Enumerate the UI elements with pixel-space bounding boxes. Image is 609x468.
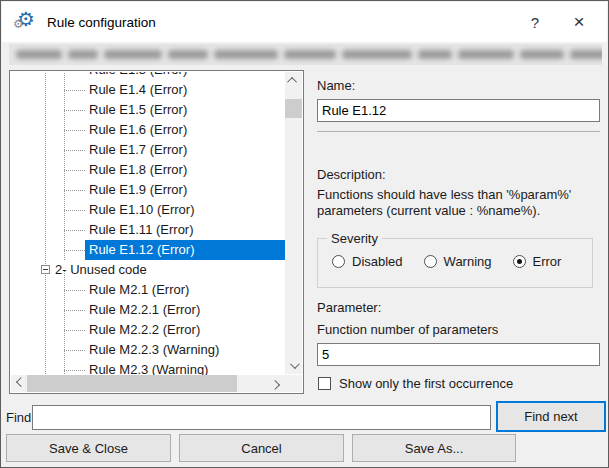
- tree-connector: [64, 130, 85, 131]
- redacted-text-blob: [570, 50, 602, 59]
- name-field[interactable]: [317, 99, 600, 122]
- radio-label: Warning: [444, 254, 492, 269]
- tree-connector: [64, 150, 85, 151]
- parameter-name-label: Function number of parameters: [317, 322, 498, 337]
- tree-item[interactable]: Rule M2.3 (Warning): [11, 360, 285, 375]
- find-next-button[interactable]: Find next: [496, 401, 606, 432]
- tree-connector: [64, 330, 85, 331]
- severity-groupbox: Severity Disabled Warning Error: [317, 238, 593, 288]
- radio-label: Error: [533, 254, 562, 269]
- horizontal-scrollbar[interactable]: [11, 375, 285, 392]
- parameter-label: Parameter:: [317, 300, 381, 315]
- description-text: Functions should have less than '%param%…: [317, 187, 599, 219]
- redacted-text-blob: [68, 50, 98, 59]
- radio-icon: [424, 255, 437, 268]
- rule-configuration-dialog: ⚙ ⚙ Rule configuration ? × Rule E1.3 (Er…: [0, 0, 609, 468]
- redacted-text-blob: [342, 50, 412, 59]
- find-input[interactable]: [32, 405, 491, 430]
- tree-connector: [64, 170, 85, 171]
- severity-radios: Disabled Warning Error: [332, 254, 561, 269]
- gears-icon: ⚙ ⚙: [14, 10, 40, 34]
- radio-label: Disabled: [352, 254, 403, 269]
- tree-item[interactable]: Rule E1.11 (Error): [11, 220, 285, 240]
- minus-glyph: [43, 269, 48, 270]
- vertical-scrollbar[interactable]: [285, 72, 302, 374]
- name-label: Name:: [317, 78, 355, 93]
- redacted-text-blob: [104, 50, 162, 59]
- tree-connector: [64, 230, 85, 231]
- chevron-up-icon: [287, 77, 297, 87]
- parameter-value-field[interactable]: [317, 343, 600, 366]
- close-button[interactable]: ×: [557, 2, 601, 42]
- severity-legend: Severity: [327, 231, 382, 246]
- title-bar: ⚙ ⚙ Rule configuration ? ×: [2, 2, 607, 42]
- redacted-text-blob: [168, 50, 208, 59]
- help-button[interactable]: ?: [513, 2, 557, 42]
- redacted-text-blob: [458, 50, 514, 59]
- redacted-text-blob: [214, 50, 278, 59]
- tree-connector: [64, 370, 85, 371]
- scroll-up-button[interactable]: [285, 72, 302, 89]
- save-and-close-button[interactable]: Save & Close: [6, 434, 171, 462]
- description-label: Description:: [317, 167, 386, 182]
- redacted-text-blob: [284, 50, 336, 59]
- tree-group-item[interactable]: 2- Unused code: [11, 260, 285, 280]
- rule-tree-viewport: Rule E1.3 (Error) Rule E1.4 (Error) Rule…: [11, 72, 285, 375]
- scroll-down-button[interactable]: [285, 357, 302, 374]
- rule-tree: Rule E1.3 (Error) Rule E1.4 (Error) Rule…: [11, 72, 285, 375]
- tree-connector: [64, 350, 85, 351]
- tree-item[interactable]: Rule M2.2.1 (Error): [11, 300, 285, 320]
- tree-item[interactable]: Rule E1.3 (Error): [11, 72, 285, 80]
- tree-item[interactable]: Rule M2.2.2 (Error): [11, 320, 285, 340]
- radio-disabled[interactable]: Disabled: [332, 254, 403, 269]
- redacted-text-blob: [16, 50, 62, 59]
- tree-connector: [64, 90, 85, 91]
- chevron-down-icon: [290, 359, 300, 369]
- redacted-path-bar: [9, 44, 602, 65]
- tree-connector: [64, 310, 85, 311]
- collapse-toggle-icon[interactable]: [41, 265, 50, 274]
- tree-item[interactable]: Rule E1.6 (Error): [11, 120, 285, 140]
- redacted-text-blob: [520, 50, 564, 59]
- tree-item[interactable]: Rule M2.2.3 (Warning): [11, 340, 285, 360]
- cancel-button[interactable]: Cancel: [179, 434, 344, 462]
- redacted-text-blob: [418, 50, 452, 59]
- tree-item-selected[interactable]: Rule E1.12 (Error): [11, 240, 285, 260]
- tree-connector: [64, 250, 85, 251]
- rule-tree-listbox: Rule E1.3 (Error) Rule E1.4 (Error) Rule…: [9, 70, 304, 394]
- radio-icon: [332, 255, 345, 268]
- tree-item[interactable]: Rule E1.7 (Error): [11, 140, 285, 160]
- tree-connector: [64, 190, 85, 191]
- tree-connector: [64, 110, 85, 111]
- scroll-right-button[interactable]: [268, 375, 285, 392]
- horizontal-scrollbar-thumb[interactable]: [27, 375, 237, 392]
- tree-item[interactable]: Rule E1.10 (Error): [11, 200, 285, 220]
- checkbox-label: Show only the first occurrence: [339, 376, 513, 391]
- tree-item[interactable]: Rule E1.4 (Error): [11, 80, 285, 100]
- radio-icon: [513, 255, 526, 268]
- tree-item[interactable]: Rule E1.9 (Error): [11, 180, 285, 200]
- chevron-left-icon: [16, 377, 26, 387]
- find-label: Find:: [6, 410, 35, 425]
- checkbox-icon: [318, 377, 331, 390]
- tree-item[interactable]: Rule M2.1 (Error): [11, 280, 285, 300]
- vertical-scrollbar-thumb[interactable]: [285, 99, 302, 118]
- save-as-button[interactable]: Save As...: [352, 434, 516, 462]
- radio-error[interactable]: Error: [513, 254, 562, 269]
- first-occurrence-checkbox[interactable]: Show only the first occurrence: [318, 376, 513, 391]
- separator-line: [317, 131, 600, 132]
- scrollbar-corner: [285, 375, 302, 392]
- radio-warning[interactable]: Warning: [424, 254, 492, 269]
- tree-connector: [64, 290, 85, 291]
- tree-connector: [64, 210, 85, 211]
- tree-item[interactable]: Rule E1.5 (Error): [11, 100, 285, 120]
- gear-icon-small: ⚙: [13, 18, 24, 30]
- window-title: Rule configuration: [47, 15, 513, 30]
- scroll-left-button[interactable]: [11, 375, 28, 392]
- tree-item[interactable]: Rule E1.8 (Error): [11, 160, 285, 180]
- chevron-right-icon: [270, 380, 280, 390]
